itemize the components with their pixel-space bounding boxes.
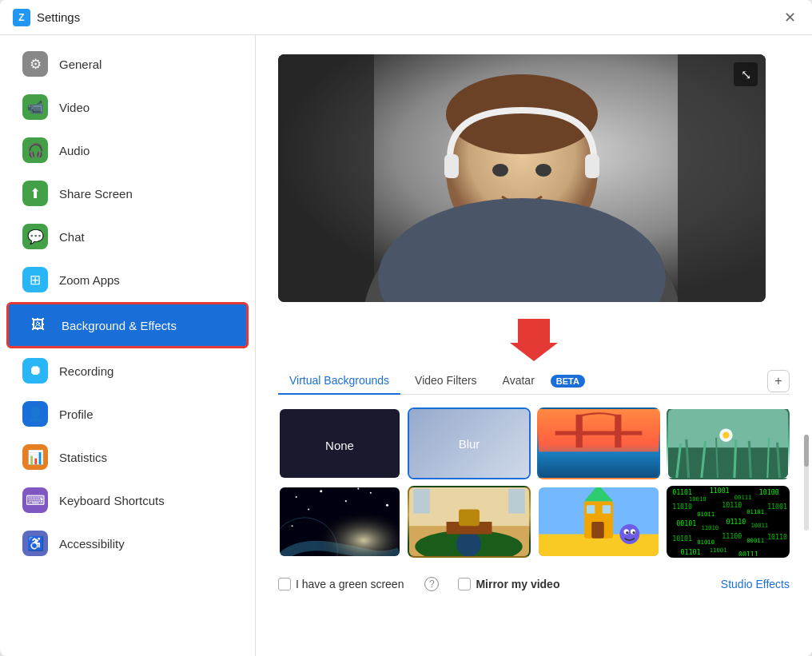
background-matrix[interactable]: 01101 10010 11001 00111 10100 11010 0101… (667, 486, 790, 558)
audio-icon: 🎧 (22, 137, 48, 163)
svg-text:00111: 00111 (738, 551, 758, 556)
scrollbar-thumb[interactable] (804, 435, 809, 467)
svg-rect-15 (576, 415, 583, 447)
add-background-button[interactable]: + (767, 370, 790, 392)
svg-point-59 (632, 531, 635, 534)
mirror-video-label[interactable]: Mirror my video (458, 578, 559, 590)
sidebar-label-profile: Profile (59, 408, 94, 421)
mirror-video-checkbox[interactable] (458, 578, 471, 590)
background-golden-gate[interactable] (537, 408, 660, 479)
content-area: ⤡ Virtual Backgrounds Video Filters Avat… (256, 35, 812, 656)
svg-text:00101: 00101 (676, 519, 696, 527)
svg-text:01011: 01011 (697, 511, 714, 518)
close-button[interactable]: ✕ (780, 8, 799, 27)
bg-matrix-image: 01101 10010 11001 00111 10100 11010 0101… (668, 487, 788, 556)
sidebar-item-audio[interactable]: 🎧Audio (6, 129, 249, 171)
background-blur-label: Blur (409, 409, 529, 478)
chat-icon: 💬 (22, 224, 48, 249)
backgrounds-grid: None Blur (278, 408, 790, 558)
general-icon: ⚙ (22, 51, 48, 77)
green-screen-help-icon[interactable]: ? (424, 577, 439, 591)
background-nature[interactable] (667, 408, 790, 479)
sidebar-label-sharescreen: Share Screen (59, 187, 133, 201)
sidebar-item-chat[interactable]: 💬Chat (6, 216, 249, 257)
sidebar-item-bgeffects[interactable]: 🖼Background & Effects (6, 302, 249, 348)
svg-text:01010: 01010 (697, 539, 714, 546)
svg-rect-46 (508, 489, 525, 514)
sidebar-item-keyboard[interactable]: ⌨Keyboard Shortcuts (6, 479, 249, 521)
svg-point-58 (626, 531, 628, 534)
bg-nature-image (668, 409, 788, 478)
profile-icon: 👤 (22, 401, 48, 427)
tab-avatar[interactable]: Avatar (492, 368, 546, 395)
svg-rect-16 (615, 415, 621, 447)
sidebar-item-sharescreen[interactable]: ⬆Share Screen (6, 173, 249, 214)
svg-marker-11 (510, 319, 558, 361)
sidebar-label-statistics: Statistics (59, 451, 107, 464)
sidebar-item-accessibility[interactable]: ♿Accessibility (6, 523, 249, 564)
bg-cartoon-image (539, 487, 659, 556)
bg-space-image (280, 487, 400, 556)
svg-text:01101: 01101 (746, 508, 764, 515)
keyboard-icon: ⌨ (22, 487, 48, 513)
svg-text:01101: 01101 (681, 548, 701, 556)
sidebar-label-chat: Chat (59, 230, 85, 244)
svg-point-4 (446, 74, 598, 154)
tab-virtual-backgrounds[interactable]: Virtual Backgrounds (278, 368, 400, 395)
green-screen-checkbox[interactable] (278, 578, 291, 590)
svg-text:10010: 10010 (689, 495, 707, 503)
svg-rect-52 (591, 522, 604, 539)
svg-text:01110: 01110 (726, 518, 746, 526)
bg-golden-gate-image (539, 409, 659, 478)
svg-text:11010: 11010 (672, 503, 692, 511)
svg-point-8 (535, 164, 551, 177)
background-space[interactable] (278, 486, 401, 558)
background-none-label: None (280, 409, 400, 479)
accessibility-icon: ♿ (22, 531, 48, 556)
zoom-logo: Z (13, 9, 30, 26)
svg-text:11010: 11010 (701, 524, 718, 531)
svg-point-43 (456, 531, 481, 556)
sidebar-label-zoomapps: Zoom Apps (59, 273, 120, 287)
expand-video-button[interactable]: ⤡ (734, 62, 758, 86)
svg-point-7 (492, 164, 508, 177)
green-screen-label[interactable]: I have a green screen (278, 578, 404, 590)
bgeffects-icon: 🖼 (25, 312, 50, 338)
background-none[interactable]: None (278, 408, 401, 479)
bg-office-image (409, 487, 529, 556)
titlebar-left: Z Settings (13, 9, 80, 26)
mirror-video-text: Mirror my video (476, 578, 559, 590)
sidebar-item-recording[interactable]: ⏺Recording (6, 350, 249, 392)
svg-text:10101: 10101 (672, 535, 692, 543)
recording-icon: ⏺ (22, 358, 48, 384)
sharescreen-icon: ⬆ (22, 181, 48, 206)
titlebar: Z Settings ✕ (0, 0, 812, 35)
svg-rect-54 (603, 505, 611, 513)
sidebar-item-profile[interactable]: 👤Profile (6, 393, 249, 435)
window-title: Settings (37, 10, 80, 24)
svg-rect-48 (459, 509, 480, 526)
sidebar: ⚙General📹Video🎧Audio⬆Share Screen💬Chat⊞Z… (0, 35, 256, 656)
svg-rect-45 (413, 489, 430, 514)
beta-badge: BETA (551, 375, 585, 388)
sidebar-label-audio: Audio (59, 144, 90, 157)
background-oval-office[interactable] (408, 486, 531, 558)
background-blur[interactable]: Blur (408, 408, 531, 479)
zoomapps-icon: ⊞ (22, 267, 48, 292)
green-screen-text: I have a green screen (296, 578, 404, 590)
studio-effects-link[interactable]: Studio Effects (721, 578, 790, 590)
sidebar-label-bgeffects: Background & Effects (62, 319, 177, 332)
down-arrow-icon (510, 315, 558, 363)
svg-rect-53 (587, 505, 595, 513)
tab-video-filters[interactable]: Video Filters (404, 368, 488, 395)
svg-text:11001: 11001 (767, 503, 787, 511)
sidebar-item-general[interactable]: ⚙General (6, 43, 249, 85)
main-content: ⚙General📹Video🎧Audio⬆Share Screen💬Chat⊞Z… (0, 35, 812, 656)
sidebar-item-video[interactable]: 📹Video (6, 86, 249, 128)
sidebar-item-statistics[interactable]: 📊Statistics (6, 436, 249, 478)
tabs-row: Virtual Backgrounds Video Filters Avatar… (278, 368, 790, 395)
sidebar-item-zoomapps[interactable]: ⊞Zoom Apps (6, 259, 249, 300)
video-icon: 📹 (22, 94, 48, 120)
svg-rect-6 (585, 154, 599, 178)
background-cartoon[interactable] (537, 486, 660, 558)
